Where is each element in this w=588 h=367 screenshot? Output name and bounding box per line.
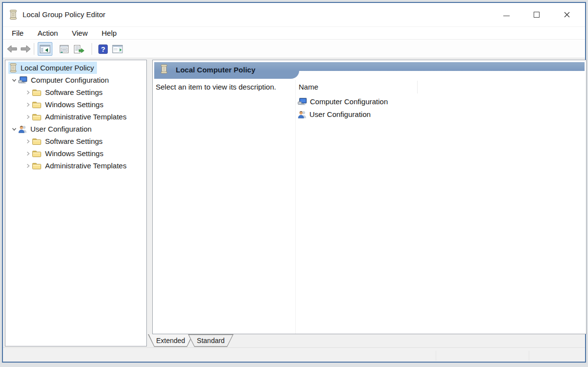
- user-icon: [18, 125, 27, 133]
- name-column-header[interactable]: Name: [299, 83, 318, 91]
- menu-file[interactable]: File: [6, 27, 29, 40]
- view-tabs: Extended Standard: [148, 334, 234, 347]
- user-icon: [298, 110, 306, 118]
- chevron-down-icon[interactable]: [10, 127, 18, 132]
- tree-item-local-computer-policy[interactable]: Local Computer Policy: [5, 62, 146, 74]
- chevron-right-icon[interactable]: [24, 163, 32, 168]
- tree-item-label: Computer Configuration: [31, 76, 109, 84]
- forward-button[interactable]: [18, 42, 33, 56]
- tab-extended[interactable]: Extended: [148, 334, 193, 347]
- tab-standard[interactable]: Standard: [188, 334, 234, 347]
- tree-item-software-settings-user[interactable]: Software Settings: [5, 135, 146, 147]
- toolbar: ?: [3, 40, 585, 58]
- tree-item-label: Software Settings: [45, 137, 103, 145]
- help-icon: ?: [98, 44, 108, 54]
- list-item-computer-configuration[interactable]: Computer Configuration: [298, 95, 388, 108]
- tree-item-windows-settings-user[interactable]: Windows Settings: [5, 147, 146, 160]
- folder-icon: [32, 113, 42, 121]
- menu-help[interactable]: Help: [95, 27, 122, 40]
- chevron-down-icon[interactable]: [10, 78, 18, 83]
- tree-item-label: Windows Settings: [45, 149, 103, 158]
- tree-item-user-configuration[interactable]: User Configuration: [5, 123, 146, 135]
- description-column-divider: [295, 80, 296, 334]
- chevron-right-icon[interactable]: [24, 139, 32, 144]
- menu-bar: File Action View Help: [3, 26, 585, 40]
- menu-view[interactable]: View: [66, 27, 94, 40]
- status-bar-separator: [529, 351, 529, 361]
- scroll-icon: [160, 64, 168, 76]
- folder-icon: [32, 162, 42, 170]
- results-pane-title: Local Computer Policy: [176, 62, 256, 78]
- tree-item-label: Software Settings: [45, 88, 103, 96]
- results-pane: Local Computer Policy Select an item to …: [152, 60, 587, 334]
- tab-label: Standard: [188, 334, 234, 347]
- title-bar: Local Group Policy Editor: [3, 3, 585, 26]
- tree-item-label: Administrative Templates: [45, 113, 126, 121]
- folder-icon: [32, 89, 42, 96]
- export-list-button[interactable]: [71, 42, 86, 56]
- help-button[interactable]: ?: [95, 42, 110, 56]
- chevron-right-icon[interactable]: [24, 102, 32, 107]
- folder-icon: [32, 101, 42, 109]
- list-item-label: User Configuration: [309, 110, 371, 118]
- list-properties-icon: [59, 45, 70, 54]
- tree-item-computer-configuration[interactable]: Computer Configuration: [5, 74, 146, 86]
- maximize-button[interactable]: [521, 3, 552, 26]
- app-scroll-icon: [9, 9, 18, 22]
- computer-icon: [298, 97, 307, 106]
- list-item-label: Computer Configuration: [310, 97, 388, 106]
- back-button[interactable]: [5, 42, 20, 56]
- show-action-pane-button[interactable]: [110, 42, 125, 56]
- app-window: Local Group Policy Editor File Action Vi…: [2, 2, 586, 363]
- menu-action[interactable]: Action: [32, 27, 64, 40]
- toolbar-separator: [34, 43, 34, 55]
- show-console-tree-icon: [40, 45, 51, 54]
- tree-item-label: User Configuration: [30, 125, 92, 133]
- maximize-icon: [534, 12, 540, 18]
- tree-item-label: Local Computer Policy: [21, 64, 94, 72]
- toolbar-separator: [92, 43, 92, 55]
- list-item-user-configuration[interactable]: User Configuration: [298, 108, 371, 120]
- scroll-icon: [9, 63, 17, 73]
- window-title: Local Group Policy Editor: [23, 3, 105, 26]
- show-console-tree-button[interactable]: [38, 42, 52, 56]
- status-bar: [3, 347, 585, 362]
- tree-item-administrative-templates-user[interactable]: Administrative Templates: [5, 160, 146, 172]
- chevron-right-icon[interactable]: [24, 151, 32, 156]
- folder-icon: [32, 138, 42, 145]
- minimize-icon: [503, 16, 510, 16]
- tree-item-software-settings[interactable]: Software Settings: [5, 86, 146, 98]
- folder-icon: [32, 150, 42, 158]
- forward-arrow-icon: [20, 45, 31, 53]
- column-separator[interactable]: [417, 81, 418, 93]
- close-button[interactable]: [552, 3, 582, 26]
- tree-item-windows-settings[interactable]: Windows Settings: [5, 98, 146, 111]
- list-properties-button[interactable]: [57, 42, 71, 56]
- console-tree-pane: Local Computer Policy Computer Configura…: [5, 60, 147, 346]
- tree-item-label: Administrative Templates: [45, 161, 126, 170]
- minimize-button[interactable]: [491, 3, 521, 26]
- svg-text:?: ?: [101, 45, 105, 53]
- tree-item-label: Windows Settings: [45, 100, 103, 109]
- chevron-right-icon[interactable]: [24, 90, 32, 95]
- description-text: Select an item to view its description.: [156, 83, 295, 91]
- tab-label: Extended: [148, 334, 193, 347]
- status-bar-separator: [436, 351, 436, 361]
- close-icon: [564, 11, 570, 18]
- chevron-right-icon[interactable]: [24, 115, 32, 119]
- tree-selection-highlight: Local Computer Policy: [8, 62, 97, 74]
- export-list-icon: [73, 45, 85, 54]
- tree-item-administrative-templates[interactable]: Administrative Templates: [5, 111, 146, 123]
- show-action-pane-icon: [112, 45, 123, 54]
- computer-icon: [18, 76, 27, 84]
- window-controls: [491, 3, 582, 26]
- back-arrow-icon: [6, 45, 18, 53]
